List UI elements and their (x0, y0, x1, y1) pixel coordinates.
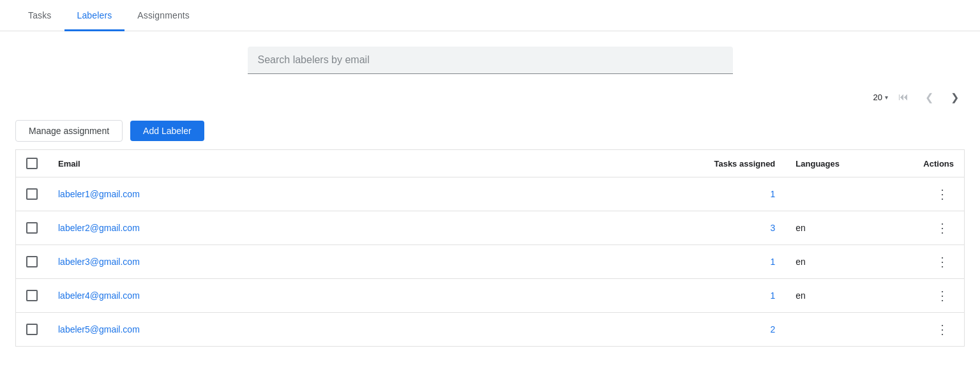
select-all-checkbox[interactable] (26, 158, 38, 169)
page-size-select[interactable]: 20 ▾ (873, 93, 888, 102)
table-header-row: Email Tasks assigned Languages Actions (16, 150, 965, 177)
email-link[interactable]: labeler3@gmail.com (58, 257, 140, 267)
tasks-count: 1 (771, 257, 776, 267)
table-row: labeler2@gmail.com 3 en ⋮ (16, 211, 965, 245)
row-tasks-assigned: 1 (683, 177, 785, 211)
email-link[interactable]: labeler1@gmail.com (58, 189, 140, 199)
row-more-button[interactable]: ⋮ (931, 185, 954, 203)
row-languages (785, 177, 913, 211)
row-languages: en (785, 211, 913, 245)
row-checkbox[interactable] (26, 222, 38, 234)
header-email: Email (48, 150, 683, 177)
table-row: labeler4@gmail.com 1 en ⋮ (16, 279, 965, 313)
add-labeler-button[interactable]: Add Labeler (130, 121, 204, 141)
header-checkbox-cell (16, 150, 49, 177)
row-more-button[interactable]: ⋮ (931, 253, 954, 271)
row-actions-cell: ⋮ (913, 177, 964, 211)
row-actions-cell: ⋮ (913, 279, 964, 313)
tab-tasks[interactable]: Tasks (15, 0, 64, 31)
row-actions-cell: ⋮ (913, 211, 964, 245)
search-input[interactable] (258, 54, 723, 66)
row-email: labeler1@gmail.com (48, 177, 683, 211)
row-tasks-assigned: 2 (683, 313, 785, 347)
first-page-button[interactable]: ⏮ (893, 87, 914, 107)
manage-assignment-button[interactable]: Manage assignment (15, 120, 123, 142)
row-actions-cell: ⋮ (913, 245, 964, 279)
row-checkbox-cell (16, 245, 49, 279)
row-email: labeler2@gmail.com (48, 211, 683, 245)
page-size-value: 20 (873, 93, 882, 102)
tab-assignments[interactable]: Assignments (124, 0, 202, 31)
table-container: Email Tasks assigned Languages Actions l… (0, 149, 980, 347)
row-checkbox-cell (16, 211, 49, 245)
header-languages: Languages (785, 150, 913, 177)
row-email: labeler5@gmail.com (48, 313, 683, 347)
row-checkbox[interactable] (26, 324, 38, 335)
row-languages: en (785, 279, 913, 313)
row-more-button[interactable]: ⋮ (931, 287, 954, 304)
row-checkbox[interactable] (26, 290, 38, 301)
row-email: labeler4@gmail.com (48, 279, 683, 313)
email-link[interactable]: labeler2@gmail.com (58, 223, 140, 233)
search-container (0, 31, 980, 84)
email-link[interactable]: labeler4@gmail.com (58, 290, 140, 301)
row-actions-cell: ⋮ (913, 313, 964, 347)
tasks-count: 2 (771, 324, 776, 334)
row-more-button[interactable]: ⋮ (931, 219, 954, 237)
row-tasks-assigned: 1 (683, 279, 785, 313)
row-checkbox-cell (16, 279, 49, 313)
tab-labelers[interactable]: Labelers (64, 0, 125, 31)
chevron-down-icon: ▾ (885, 94, 888, 101)
row-tasks-assigned: 1 (683, 245, 785, 279)
search-wrapper (248, 47, 733, 74)
row-checkbox[interactable] (26, 256, 38, 267)
header-actions: Actions (913, 150, 964, 177)
tasks-count: 3 (771, 223, 776, 233)
row-checkbox[interactable] (26, 188, 38, 200)
toolbar: Manage assignment Add Labeler (0, 115, 980, 149)
labelers-table: Email Tasks assigned Languages Actions l… (15, 149, 965, 347)
tabs-bar: Tasks Labelers Assignments (0, 0, 980, 31)
row-more-button[interactable]: ⋮ (931, 320, 954, 338)
row-languages (785, 313, 913, 347)
prev-page-button[interactable]: ❮ (919, 87, 939, 107)
pagination-bar: 20 ▾ ⏮ ❮ ❯ (0, 84, 980, 115)
next-page-button[interactable]: ❯ (944, 87, 965, 107)
tasks-count: 1 (771, 290, 776, 301)
header-tasks-assigned: Tasks assigned (683, 150, 785, 177)
table-row: labeler5@gmail.com 2 ⋮ (16, 313, 965, 347)
row-checkbox-cell (16, 313, 49, 347)
row-tasks-assigned: 3 (683, 211, 785, 245)
email-link[interactable]: labeler5@gmail.com (58, 324, 140, 334)
table-row: labeler1@gmail.com 1 ⋮ (16, 177, 965, 211)
row-checkbox-cell (16, 177, 49, 211)
tasks-count: 1 (771, 189, 776, 199)
table-row: labeler3@gmail.com 1 en ⋮ (16, 245, 965, 279)
row-email: labeler3@gmail.com (48, 245, 683, 279)
row-languages: en (785, 245, 913, 279)
